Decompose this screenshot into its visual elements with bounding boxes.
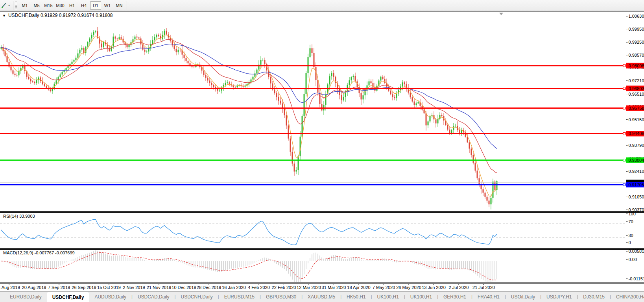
tab-label: USDCAD,Daily xyxy=(138,294,170,300)
chart-window[interactable]: 1.006300.999500.992500.985700.978900.972… xyxy=(0,11,644,291)
price-tick-label: 0.92410 xyxy=(629,169,644,174)
svg-text:0.91705: 0.91705 xyxy=(629,182,644,187)
timeframe-button-W1[interactable]: W1 xyxy=(102,1,113,10)
date-tick-label: 28 Dec 2019 xyxy=(197,285,221,290)
timeframe-toolbar: ▾ M1M5M15M30H1H4D1W1MN xyxy=(0,0,644,11)
date-tick-label: 20 Aug 2019 xyxy=(22,285,46,290)
date-tick-label: 10 Dec 2019 xyxy=(172,285,196,290)
timeframe-toolbar-buttons: M1M5M15M30H1H4D1W1MN xyxy=(19,1,125,10)
price-tick-label: 0.96510 xyxy=(629,92,644,96)
timeframe-button-H1[interactable]: H1 xyxy=(66,1,78,10)
tab-label: UK100,H1 xyxy=(377,294,399,300)
date-tick-label: 21 Nov 2019 xyxy=(147,285,171,290)
tab-label: USOil,Daily xyxy=(511,294,535,300)
tab-label: CHINA300,H4 xyxy=(616,294,644,300)
toolbar-separator xyxy=(13,1,13,10)
date-tick-label: 18 Apr 2020 xyxy=(347,285,370,290)
timeframe-button-M5[interactable]: M5 xyxy=(31,1,42,10)
price-tick-label: 0.95150 xyxy=(629,117,644,122)
date-tick-label: 1 Aug 2019 xyxy=(0,285,20,290)
timeframe-button-D1[interactable]: D1 xyxy=(90,1,101,10)
tab-USDCHF-Daily[interactable]: USDCHF,Daily xyxy=(47,292,90,302)
date-tick-label: 16 Jan 2020 xyxy=(222,285,246,290)
tab-label: FRA40,H1 xyxy=(478,294,500,300)
macd-tick-label: 0.005818 xyxy=(629,249,644,254)
svg-text:0.96803: 0.96803 xyxy=(629,86,644,91)
drawing-tool-icon xyxy=(1,2,7,9)
chart-canvas[interactable]: 1.006300.999500.992500.985700.978900.972… xyxy=(0,11,644,291)
tab-UK100-H1[interactable]: UK100,H1 xyxy=(405,292,437,302)
timeframe-button-M30[interactable]: M30 xyxy=(55,1,66,10)
timeframe-button-H4[interactable]: H4 xyxy=(78,1,89,10)
tab-label: USDJPY,H1 xyxy=(546,294,572,300)
rsi-tick-label: 30 xyxy=(629,233,633,238)
date-tick-label: 15 Oct 2019 xyxy=(97,285,121,290)
price-tick-label: 1.00630 xyxy=(629,14,644,19)
tab-USDCAD-Daily[interactable]: USDCAD,Daily xyxy=(133,292,175,302)
svg-text:0.93004: 0.93004 xyxy=(629,158,644,163)
tab-label: UK100,H1 xyxy=(410,294,432,300)
toolbar-grip[interactable] xyxy=(15,2,17,9)
tab-CHINA300-H4[interactable]: CHINA300,H4 xyxy=(611,292,644,302)
tab-label: DJ30,M15 xyxy=(583,294,605,300)
svg-text:0.95758: 0.95758 xyxy=(629,106,644,111)
tab-label: GBPUSD,M30 xyxy=(266,294,296,300)
tab-label: GER30,H1 xyxy=(443,294,466,300)
date-tick-label: 2 Nov 2019 xyxy=(123,285,145,290)
macd-tick-label: -0.011514 xyxy=(629,276,644,281)
date-tick-label: 7 May 2020 xyxy=(373,285,395,290)
rsi-tick-label: 100 xyxy=(629,211,636,216)
price-tick-label: 0.98570 xyxy=(629,53,644,57)
drawing-tool-button[interactable]: ▾ xyxy=(0,1,11,10)
rsi-tick-label: 70 xyxy=(629,219,633,224)
toolbar-separator xyxy=(127,1,127,10)
tab-GER30-H1[interactable]: GER30,H1 xyxy=(438,292,471,302)
date-tick-label: 13 Jun 2020 xyxy=(422,285,446,290)
tab-USDJPY-H1[interactable]: USDJPY,H1 xyxy=(541,292,577,302)
date-tick-label: 31 Mar 2020 xyxy=(322,285,346,290)
date-tick-label: 26 Sep 2019 xyxy=(72,285,96,290)
tab-label: USDCHF,Daily xyxy=(52,295,84,300)
tab-USDCNH-Daily[interactable]: USDCNH,Daily xyxy=(175,292,218,302)
timeframe-button-M15[interactable]: M15 xyxy=(43,1,54,10)
tab-label: AUDUSD,Daily xyxy=(94,294,126,300)
tab-label: HK50,H1 xyxy=(347,294,366,300)
chevron-down-icon: ▾ xyxy=(8,4,10,7)
svg-text:0.94408: 0.94408 xyxy=(629,131,644,136)
tab-label: EURUSD,Daily xyxy=(10,294,42,300)
tab-AUDUSD-Daily[interactable]: AUDUSD,Daily xyxy=(89,292,131,302)
chart-tabs: EURUSD,DailyUSDCHF,DailyAUDUSD,Daily|USD… xyxy=(5,292,644,302)
date-tick-label: 2 Jul 2020 xyxy=(449,285,469,290)
tab-EURUSD-M15[interactable]: EURUSD,M15 xyxy=(219,292,260,302)
tab-XAUUSD-M5[interactable]: XAUUSD,M5 xyxy=(303,292,340,302)
timeframe-button-MN[interactable]: MN xyxy=(114,1,125,10)
tab-USOil-Daily[interactable]: USOil,Daily xyxy=(506,292,540,302)
date-tick-label: 21 Jul 2020 xyxy=(472,285,495,290)
tab-UK100-H1[interactable]: UK100,H1 xyxy=(372,292,404,302)
chart-tabbar: EURUSD,DailyUSDCHF,DailyAUDUSD,Daily|USD… xyxy=(0,291,644,302)
date-tick-label: 7 Sep 2019 xyxy=(48,285,70,290)
price-tick-label: 0.91050 xyxy=(629,195,644,199)
date-tick-label: 4 Feb 2020 xyxy=(248,285,270,290)
macd-tick-label: 0.00 xyxy=(629,257,637,262)
date-tick-label: 12 Mar 2020 xyxy=(297,285,321,290)
tab-label: XAUUSD,M5 xyxy=(308,294,335,300)
tab-HK50-H1[interactable]: HK50,H1 xyxy=(341,292,371,302)
tab-EURUSD-Daily[interactable]: EURUSD,Daily xyxy=(5,292,47,302)
tab-label: USDCNH,Daily xyxy=(181,294,212,300)
timeframe-button-M1[interactable]: M1 xyxy=(19,1,30,10)
svg-text:0.98008: 0.98008 xyxy=(629,63,644,68)
date-tick-label: 22 Feb 2020 xyxy=(272,285,296,290)
tab-GBPUSD-M30[interactable]: GBPUSD,M30 xyxy=(261,292,301,302)
price-tick-label: 0.93790 xyxy=(629,143,644,148)
price-tick-label: 0.99250 xyxy=(629,40,644,44)
price-tick-label: 0.97210 xyxy=(629,78,644,83)
tab-label: EURUSD,M15 xyxy=(224,294,255,300)
tab-FRA40-H1[interactable]: FRA40,H1 xyxy=(472,292,505,302)
tab-DJ30-M15[interactable]: DJ30,M15 xyxy=(578,292,610,302)
price-tick-label: 0.99950 xyxy=(629,27,644,31)
date-tick-label: 26 May 2020 xyxy=(396,285,421,290)
rsi-tick-label: 0 xyxy=(629,240,631,245)
